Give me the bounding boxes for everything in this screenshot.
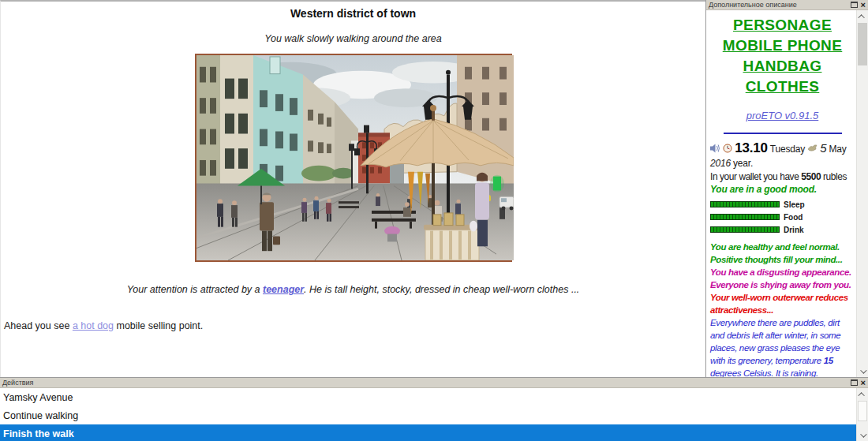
- actions-panel-title: Действия: [2, 379, 33, 387]
- side-panel-scrollbar[interactable]: [856, 10, 868, 377]
- sleep-bar: [710, 201, 780, 207]
- game-window: Western district of town You walk slowly…: [0, 0, 868, 441]
- drink-bar-label: Drink: [784, 226, 804, 234]
- mood-line: You are in a good mood.: [710, 183, 855, 196]
- sleep-bar-label: Sleep: [784, 200, 805, 209]
- story-ahead-line: Ahead you see a hot dog mobile selling p…: [1, 320, 705, 331]
- divider-line: [724, 133, 842, 134]
- datetime-line: 13.10 Tuesday 5 May 2016 year.: [710, 141, 855, 170]
- action-yamsky-avenue[interactable]: Yamsky Avenue: [0, 388, 856, 406]
- temperature-value: 15: [824, 356, 833, 365]
- location-subtitle: You walk slowly walking around the area: [1, 33, 705, 44]
- action-continue-walking[interactable]: Continue walking: [0, 406, 856, 424]
- attention-text-pre: Your attention is attracted by a: [127, 284, 263, 295]
- actions-panel: Действия × Yamsky Avenue Continue walkin…: [0, 377, 868, 441]
- appearance-message: You have a disgusting appearance. Everyo…: [710, 266, 855, 291]
- weather-message: Everywhere there are puddles, dirt and d…: [710, 316, 855, 377]
- story-attention-line: Your attention is attracted by a teenage…: [1, 284, 705, 295]
- scrollbar-thumb[interactable]: [858, 23, 867, 65]
- wallet-text-post: rubles: [821, 171, 847, 182]
- side-panel-body: PERSONAGE MOBILE PHONE HANDBAG CLOTHES p…: [706, 10, 856, 377]
- scroll-down-arrow-icon[interactable]: [857, 429, 868, 441]
- version-row: proETO v0.91.5: [710, 110, 855, 121]
- weather-text-pre: Everywhere there are puddles, dirt and d…: [710, 318, 840, 365]
- ahead-text-post: mobile selling point.: [114, 320, 203, 331]
- stat-bars: Sleep Food Drink: [710, 198, 855, 236]
- food-bar-row: Food: [710, 211, 855, 223]
- food-bar-label: Food: [784, 213, 803, 222]
- close-icon[interactable]: ×: [861, 379, 866, 387]
- attention-text-post: . He is tall height, stocky, dressed in …: [304, 284, 579, 295]
- sleep-bar-row: Sleep: [710, 198, 855, 211]
- scroll-up-arrow-icon[interactable]: [857, 10, 868, 22]
- version-link[interactable]: proETO v0.91.5: [746, 110, 819, 121]
- speaker-icon[interactable]: [710, 144, 720, 157]
- wallet-amount: 5500: [801, 171, 821, 182]
- location-title: Western district of town: [1, 7, 705, 20]
- actions-scrollbar[interactable]: [856, 388, 868, 441]
- drink-bar-row: Drink: [710, 223, 855, 236]
- teenager-link[interactable]: teenager: [263, 284, 304, 295]
- action-finish-the-walk[interactable]: Finish the walk: [0, 424, 856, 441]
- scroll-down-arrow-icon[interactable]: [857, 365, 868, 377]
- street-photo: [195, 54, 512, 262]
- actions-list: Yamsky Avenue Continue walking Finish th…: [0, 388, 856, 441]
- thoughts-message: Positive thoughts fill your mind...: [710, 253, 855, 266]
- weekday-value: Tuesday: [770, 144, 805, 155]
- wallet-line: In your wallet you have 5500 rubles: [710, 170, 855, 183]
- street-photo-illustration: [196, 55, 514, 260]
- month-value: May: [829, 144, 847, 155]
- actions-panel-header: Действия ×: [0, 378, 868, 388]
- float-window-icon[interactable]: [851, 2, 858, 8]
- year-suffix: year.: [731, 158, 753, 169]
- ahead-text-pre: Ahead you see: [4, 320, 73, 331]
- scrollbar-thumb[interactable]: [858, 401, 867, 421]
- handbag-link[interactable]: HANDBAG: [710, 56, 855, 77]
- wallet-text-pre: In your wallet you have: [710, 171, 801, 182]
- year-value: 2016: [710, 158, 731, 169]
- dove-icon: [807, 144, 817, 157]
- time-value: 13.10: [735, 140, 768, 155]
- health-message: You are healthy and feel normal.: [710, 241, 855, 253]
- food-bar: [710, 214, 780, 220]
- day-value: 5: [820, 141, 826, 155]
- float-window-icon[interactable]: [851, 379, 858, 386]
- additional-description-panel: Дополнительное описание × PERSONAGE MOBI…: [705, 0, 868, 377]
- scroll-up-arrow-icon[interactable]: [857, 388, 868, 400]
- weather-text-post: degrees Celsius. It is raining.: [710, 368, 818, 377]
- clock-icon[interactable]: [723, 144, 732, 157]
- outerwear-message: Your well-worn outerwear reduces attract…: [710, 291, 855, 316]
- main-panel: Western district of town You walk slowly…: [0, 0, 705, 377]
- drink-bar: [710, 226, 780, 233]
- side-panel-title: Дополнительное описание: [709, 1, 797, 9]
- inventory-links: PERSONAGE MOBILE PHONE HANDBAG CLOTHES: [710, 15, 855, 97]
- close-icon[interactable]: ×: [861, 1, 866, 9]
- mobile-phone-link[interactable]: MOBILE PHONE: [710, 36, 855, 56]
- clothes-link[interactable]: CLOTHES: [710, 77, 855, 97]
- side-panel-header: Дополнительное описание ×: [706, 0, 868, 10]
- hot-dog-link[interactable]: a hot dog: [73, 320, 114, 331]
- personage-link[interactable]: PERSONAGE: [710, 15, 855, 36]
